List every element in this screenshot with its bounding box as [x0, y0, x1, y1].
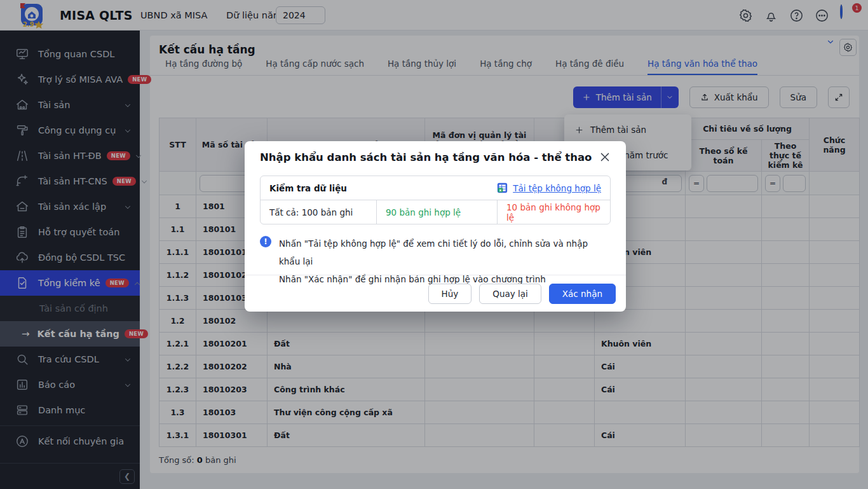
back-button[interactable]: Quay lại — [479, 284, 541, 304]
excel-file-icon: x — [497, 183, 508, 193]
import-stats-row: Tất cả: 100 bản ghi 90 bản ghi hợp lệ 10… — [261, 200, 610, 224]
check-data-title: Kiểm tra dữ liệu — [269, 183, 347, 193]
info-icon: ! — [260, 236, 271, 247]
modal-title: Nhập khẩu danh sách tài sản hạ tầng văn … — [260, 151, 592, 163]
import-result-modal: Nhập khẩu danh sách tài sản hạ tầng văn … — [245, 141, 626, 312]
instruction-line-1: Nhấn "Tải tệp không hợp lệ" để xem chi t… — [279, 235, 611, 270]
invalid-file-link-text[interactable]: Tải tệp không hợp lệ — [513, 183, 601, 193]
stat-total-records: Tất cả: 100 bản ghi — [261, 200, 376, 224]
app-window: 2.9 MISA QLTS UBND xã MISA Dữ liệu năm 1 — [0, 0, 868, 489]
stat-invalid-records: 10 bản ghi không hợp lệ — [497, 200, 610, 224]
modal-footer: Hủy Quay lại Xác nhận — [245, 275, 626, 312]
download-invalid-file-link[interactable]: x Tải tệp không hợp lệ — [497, 183, 601, 193]
confirm-button[interactable]: Xác nhận — [549, 284, 616, 304]
stat-valid-records: 90 bản ghi hợp lệ — [376, 200, 497, 224]
close-icon[interactable] — [598, 150, 612, 164]
svg-text:x: x — [499, 188, 502, 192]
cancel-button[interactable]: Hủy — [428, 284, 472, 304]
data-check-panel: Kiểm tra dữ liệu x Tải tệp không hợp lệ … — [260, 176, 611, 224]
